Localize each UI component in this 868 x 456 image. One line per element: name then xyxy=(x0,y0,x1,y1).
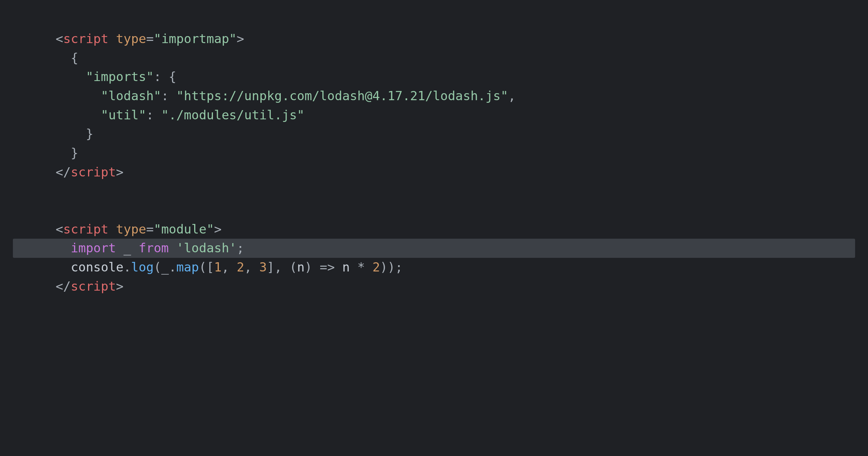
code-token: ([ xyxy=(199,260,214,274)
code-token xyxy=(169,88,176,103)
code-line[interactable]: } xyxy=(13,144,855,163)
code-token: script xyxy=(71,279,116,294)
code-token: > xyxy=(116,279,123,294)
code-line[interactable]: import _ from 'lodash'; xyxy=(13,239,855,258)
code-token xyxy=(161,69,169,84)
code-token: type xyxy=(116,222,146,236)
code-token: "imports" xyxy=(86,69,154,84)
code-token: ; xyxy=(237,241,244,255)
code-token: } xyxy=(86,126,93,141)
code-token: : xyxy=(154,69,161,84)
code-token xyxy=(56,108,101,122)
code-token xyxy=(56,241,71,255)
code-token: type xyxy=(116,31,146,46)
code-token: import xyxy=(71,241,116,255)
code-token: : xyxy=(161,88,169,103)
code-token: > xyxy=(237,31,244,46)
code-line[interactable]: { xyxy=(13,49,855,68)
code-token: map xyxy=(176,260,199,274)
code-token xyxy=(56,260,71,274)
code-token xyxy=(108,222,116,236)
code-token: _ xyxy=(161,260,169,274)
code-token: </ xyxy=(56,165,71,179)
code-token: * xyxy=(357,260,365,274)
code-token: < xyxy=(56,222,63,236)
code-token: "util" xyxy=(101,108,146,122)
code-token: _ xyxy=(116,241,139,255)
code-line[interactable] xyxy=(13,201,855,220)
code-token: { xyxy=(71,50,78,65)
code-token: = xyxy=(146,31,154,46)
code-token xyxy=(365,260,372,274)
code-line[interactable]: } xyxy=(13,124,855,144)
code-token: "https://unpkg.com/lodash@4.17.21/lodash… xyxy=(176,88,508,103)
code-token xyxy=(169,241,176,255)
code-token: 'lodash' xyxy=(176,241,237,255)
code-token: . xyxy=(123,260,131,274)
code-token xyxy=(108,31,116,46)
code-token: from xyxy=(139,241,169,255)
code-token: "importmap" xyxy=(154,31,237,46)
code-token: 1 xyxy=(214,260,221,274)
code-token: : xyxy=(146,108,154,122)
code-token: console xyxy=(71,260,123,274)
code-token: ], ( xyxy=(267,260,297,274)
code-token: => xyxy=(320,260,335,274)
code-line[interactable]: console.log(_.map([1, 2, 3], (n) => n * … xyxy=(13,258,855,277)
code-token: script xyxy=(63,222,108,236)
code-token: script xyxy=(71,165,116,179)
code-token: ) xyxy=(305,260,320,274)
code-token: } xyxy=(71,145,78,160)
code-token: "./modules/util.js" xyxy=(161,108,305,122)
code-line[interactable]: "util": "./modules/util.js" xyxy=(13,106,855,125)
code-token xyxy=(56,145,71,160)
code-token: "module" xyxy=(154,222,214,236)
code-line[interactable]: "imports": { xyxy=(13,67,855,87)
code-token: ( xyxy=(154,260,161,274)
code-token: "lodash" xyxy=(101,88,161,103)
code-token: n xyxy=(297,260,304,274)
code-token: log xyxy=(131,260,154,274)
code-token: 2 xyxy=(372,260,380,274)
code-line[interactable]: </script> xyxy=(13,163,855,182)
code-token xyxy=(56,69,86,84)
code-line[interactable]: <script type="module"> xyxy=(13,220,855,239)
code-line[interactable] xyxy=(13,182,855,201)
code-token: </ xyxy=(56,279,71,294)
code-token: > xyxy=(214,222,221,236)
code-line[interactable]: "lodash": "https://unpkg.com/lodash@4.17… xyxy=(13,87,855,106)
code-token: { xyxy=(169,69,176,84)
code-token xyxy=(56,126,86,141)
code-line[interactable]: <script type="importmap"> xyxy=(13,29,855,49)
code-token: , xyxy=(221,260,237,274)
code-token: < xyxy=(56,31,63,46)
code-token: , xyxy=(508,88,515,103)
code-token: script xyxy=(63,31,108,46)
code-token: , xyxy=(244,260,259,274)
code-token: . xyxy=(169,260,176,274)
code-token: 3 xyxy=(259,260,267,274)
code-token: n xyxy=(335,260,357,274)
code-token xyxy=(56,88,101,103)
code-token: > xyxy=(116,165,123,179)
code-editor[interactable]: <script type="importmap"> { "imports": {… xyxy=(0,0,868,456)
code-token: 2 xyxy=(237,260,244,274)
code-line[interactable]: </script> xyxy=(13,277,855,296)
code-token xyxy=(154,108,161,122)
code-token xyxy=(56,50,71,65)
code-token: = xyxy=(146,222,154,236)
code-token: )); xyxy=(380,260,403,274)
